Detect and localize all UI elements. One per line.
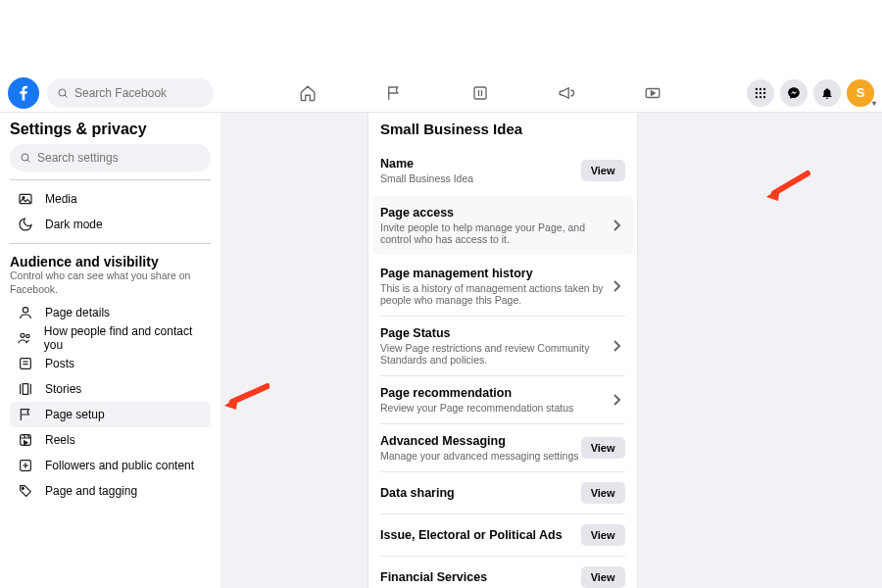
settings-row: Issue, Electoral or Political AdsView — [380, 514, 625, 556]
sidebar-item-reels[interactable]: Reels — [10, 427, 211, 453]
row-title: Issue, Electoral or Political Ads — [380, 528, 563, 542]
posts-icon — [16, 356, 35, 371]
sidebar-item-followers[interactable]: Followers and public content — [10, 453, 211, 478]
sidebar-item-label: Followers and public content — [45, 459, 194, 472]
row-title: Page Status — [380, 326, 612, 340]
row-title: Advanced Messaging — [380, 434, 579, 448]
svg-rect-22 — [21, 359, 31, 369]
view-button[interactable]: View — [581, 524, 625, 546]
svg-point-7 — [760, 87, 761, 89]
view-button[interactable]: View — [581, 160, 625, 181]
sidebar-item-label: Stories — [45, 382, 81, 396]
view-button[interactable]: View — [581, 566, 625, 588]
row-subtitle: Invite people to help manage your Page, … — [380, 221, 612, 245]
group-header: Audience and visibility Control who can … — [10, 254, 211, 296]
row-title: Page access — [380, 206, 612, 220]
svg-point-8 — [763, 87, 765, 89]
settings-row: Advanced MessagingManage your advanced m… — [380, 423, 625, 471]
sidebar-item-label: Media — [45, 192, 77, 206]
center-nav — [214, 84, 747, 102]
settings-row[interactable]: Page recommendationReview your Page reco… — [380, 375, 625, 423]
sidebar-search[interactable] — [10, 144, 211, 172]
divider — [10, 243, 211, 244]
row-subtitle: Small Business Idea — [380, 172, 473, 184]
svg-point-14 — [763, 95, 765, 97]
group-title: Audience and visibility — [10, 254, 211, 270]
row-subtitle: Manage your advanced messaging settings — [380, 450, 579, 462]
settings-row[interactable]: Page StatusView Page restrictions and re… — [380, 316, 625, 375]
sidebar-item-page-setup[interactable]: Page setup — [10, 402, 211, 427]
media-icon — [16, 191, 35, 207]
right-nav: S — [747, 79, 874, 107]
row-title: Data sharing — [380, 486, 455, 500]
settings-row[interactable]: Page management historyThis is a history… — [380, 257, 625, 316]
group-subtitle: Control who can see what you share on Fa… — [10, 270, 211, 296]
svg-point-10 — [760, 91, 761, 93]
svg-point-11 — [763, 91, 765, 93]
svg-rect-2 — [474, 87, 486, 99]
search-icon — [20, 152, 31, 164]
right-column — [638, 113, 883, 588]
ad-center-icon[interactable] — [471, 84, 489, 102]
flag-icon — [16, 407, 35, 422]
tag-icon — [16, 483, 35, 499]
search-icon — [57, 87, 69, 99]
sidebar-item-label: Dark mode — [45, 218, 103, 231]
chevron-right-icon — [612, 279, 625, 293]
gap-column — [220, 113, 368, 588]
settings-row: Data sharingView — [380, 471, 625, 514]
sidebar-item-posts[interactable]: Posts — [10, 351, 211, 376]
reels-icon — [16, 432, 35, 448]
messenger-icon[interactable] — [780, 79, 808, 107]
settings-row: Financial ServicesView — [380, 556, 625, 588]
profile-icon — [16, 305, 35, 320]
svg-point-9 — [756, 91, 758, 93]
sidebar-item-label: Page details — [45, 306, 110, 319]
view-button[interactable]: View — [581, 482, 625, 504]
svg-point-20 — [21, 334, 24, 338]
sidebar-search-input[interactable] — [37, 151, 201, 165]
chevron-right-icon — [612, 393, 625, 407]
sidebar-item-label: How people find and contact you — [44, 324, 205, 352]
flag-icon[interactable] — [385, 84, 403, 102]
stories-icon — [16, 381, 35, 397]
svg-point-13 — [760, 95, 761, 97]
avatar[interactable]: S — [847, 79, 874, 107]
people-icon — [16, 330, 34, 346]
sidebar-item-label: Reels — [45, 433, 75, 447]
followers-icon — [16, 458, 35, 473]
svg-line-16 — [27, 160, 30, 163]
sidebar-item-how-people-find[interactable]: How people find and contact you — [10, 325, 211, 351]
svg-point-19 — [23, 308, 27, 313]
chevron-right-icon — [612, 219, 625, 232]
panel-title: Small Business Idea — [380, 121, 625, 137]
sidebar-item-page-details[interactable]: Page details — [10, 300, 211, 325]
row-subtitle: View Page restrictions and review Commun… — [380, 342, 612, 366]
sidebar-item-label: Page and tagging — [45, 484, 137, 498]
view-button[interactable]: View — [581, 437, 625, 459]
svg-point-12 — [756, 95, 758, 97]
settings-panel: Small Business Idea NameSmall Business I… — [368, 113, 638, 588]
row-title: Name — [380, 157, 473, 171]
search-input[interactable] — [74, 86, 204, 100]
svg-point-29 — [22, 488, 24, 490]
header-search[interactable] — [47, 78, 214, 108]
sidebar-item-stories[interactable]: Stories — [10, 376, 211, 402]
settings-row: NameSmall Business IdeaView — [380, 147, 625, 194]
svg-point-15 — [22, 154, 28, 161]
sidebar-item-page-tagging[interactable]: Page and tagging — [10, 478, 211, 504]
sidebar-item-media[interactable]: Media — [10, 186, 211, 212]
sidebar-title: Settings & privacy — [10, 121, 211, 138]
home-icon[interactable] — [299, 84, 317, 102]
svg-point-0 — [59, 89, 66, 96]
video-icon[interactable] — [644, 84, 662, 102]
menu-grid-icon[interactable] — [747, 79, 774, 107]
row-subtitle: This is a history of management actions … — [380, 282, 612, 306]
bell-icon[interactable] — [813, 79, 841, 107]
settings-row[interactable]: Page accessInvite people to help manage … — [372, 196, 633, 255]
moon-icon — [16, 217, 35, 232]
facebook-logo[interactable] — [8, 77, 39, 109]
megaphone-icon[interactable] — [558, 84, 575, 102]
row-title: Page recommendation — [380, 386, 573, 400]
sidebar-item-dark-mode[interactable]: Dark mode — [10, 212, 211, 237]
